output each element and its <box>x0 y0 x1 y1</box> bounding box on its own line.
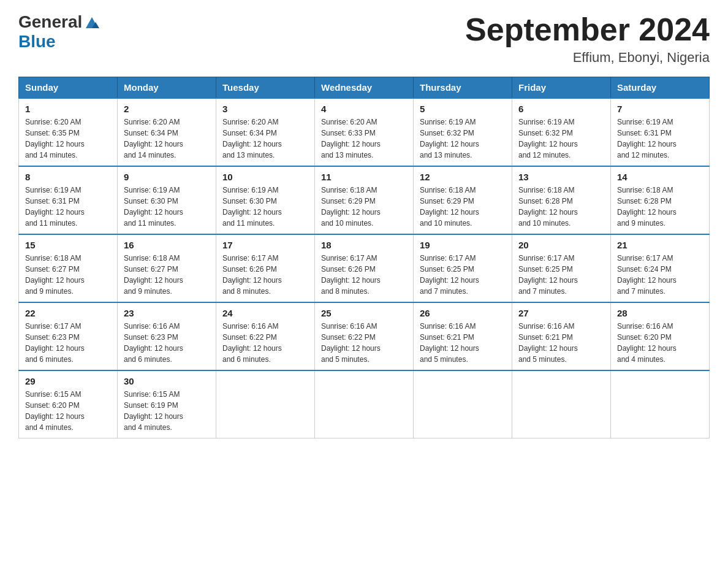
calendar-cell: 7Sunrise: 6:19 AMSunset: 6:31 PMDaylight… <box>611 98 710 166</box>
page-header: General Blue September 2024 Effium, Ebon… <box>18 12 710 66</box>
week-row-4: 22Sunrise: 6:17 AMSunset: 6:23 PMDayligh… <box>19 302 710 370</box>
day-info: Sunrise: 6:17 AMSunset: 6:25 PMDaylight:… <box>518 253 604 297</box>
day-number: 22 <box>25 308 111 318</box>
day-number: 27 <box>518 308 604 318</box>
day-info: Sunrise: 6:17 AMSunset: 6:24 PMDaylight:… <box>617 253 703 297</box>
day-info: Sunrise: 6:17 AMSunset: 6:25 PMDaylight:… <box>420 253 506 297</box>
calendar-cell: 16Sunrise: 6:18 AMSunset: 6:27 PMDayligh… <box>118 234 216 302</box>
day-info: Sunrise: 6:19 AMSunset: 6:30 PMDaylight:… <box>222 185 308 229</box>
calendar-cell: 27Sunrise: 6:16 AMSunset: 6:21 PMDayligh… <box>512 302 611 370</box>
day-info: Sunrise: 6:17 AMSunset: 6:23 PMDaylight:… <box>25 321 111 365</box>
day-info: Sunrise: 6:18 AMSunset: 6:27 PMDaylight:… <box>25 253 111 297</box>
calendar-cell: 25Sunrise: 6:16 AMSunset: 6:22 PMDayligh… <box>315 302 414 370</box>
day-info: Sunrise: 6:19 AMSunset: 6:30 PMDaylight:… <box>124 185 210 229</box>
calendar-title: September 2024 <box>465 12 710 47</box>
day-info: Sunrise: 6:19 AMSunset: 6:31 PMDaylight:… <box>25 185 111 229</box>
weekday-header-wednesday: Wednesday <box>315 77 414 99</box>
day-number: 26 <box>420 308 506 318</box>
day-number: 7 <box>617 104 703 114</box>
logo-blue: Blue <box>18 32 56 52</box>
title-section: September 2024 Effium, Ebonyi, Nigeria <box>465 12 710 66</box>
day-number: 30 <box>124 376 210 386</box>
calendar-cell: 9Sunrise: 6:19 AMSunset: 6:30 PMDaylight… <box>118 166 216 234</box>
day-number: 14 <box>617 172 703 182</box>
logo: General Blue <box>18 12 100 52</box>
day-info: Sunrise: 6:16 AMSunset: 6:22 PMDaylight:… <box>321 321 407 365</box>
calendar-cell <box>315 370 414 439</box>
calendar-cell: 2Sunrise: 6:20 AMSunset: 6:34 PMDaylight… <box>118 98 216 166</box>
calendar-cell: 22Sunrise: 6:17 AMSunset: 6:23 PMDayligh… <box>19 302 118 370</box>
day-info: Sunrise: 6:20 AMSunset: 6:34 PMDaylight:… <box>124 117 210 161</box>
day-info: Sunrise: 6:18 AMSunset: 6:29 PMDaylight:… <box>420 185 506 229</box>
calendar-cell: 28Sunrise: 6:16 AMSunset: 6:20 PMDayligh… <box>611 302 710 370</box>
calendar-cell: 19Sunrise: 6:17 AMSunset: 6:25 PMDayligh… <box>414 234 512 302</box>
day-number: 21 <box>617 240 703 250</box>
calendar-subtitle: Effium, Ebonyi, Nigeria <box>465 50 710 66</box>
day-info: Sunrise: 6:15 AMSunset: 6:19 PMDaylight:… <box>124 389 210 433</box>
calendar-cell: 11Sunrise: 6:18 AMSunset: 6:29 PMDayligh… <box>315 166 414 234</box>
day-number: 23 <box>124 308 210 318</box>
calendar-cell: 10Sunrise: 6:19 AMSunset: 6:30 PMDayligh… <box>216 166 315 234</box>
calendar-cell: 14Sunrise: 6:18 AMSunset: 6:28 PMDayligh… <box>611 166 710 234</box>
day-number: 20 <box>518 240 604 250</box>
calendar-cell: 8Sunrise: 6:19 AMSunset: 6:31 PMDaylight… <box>19 166 118 234</box>
day-number: 17 <box>222 240 308 250</box>
calendar-cell <box>414 370 512 439</box>
calendar-cell: 12Sunrise: 6:18 AMSunset: 6:29 PMDayligh… <box>414 166 512 234</box>
day-info: Sunrise: 6:18 AMSunset: 6:28 PMDaylight:… <box>617 185 703 229</box>
day-number: 10 <box>222 172 308 182</box>
day-number: 9 <box>124 172 210 182</box>
day-info: Sunrise: 6:17 AMSunset: 6:26 PMDaylight:… <box>321 253 407 297</box>
calendar-cell: 18Sunrise: 6:17 AMSunset: 6:26 PMDayligh… <box>315 234 414 302</box>
week-row-5: 29Sunrise: 6:15 AMSunset: 6:20 PMDayligh… <box>19 370 710 439</box>
day-info: Sunrise: 6:16 AMSunset: 6:22 PMDaylight:… <box>222 321 308 365</box>
weekday-header-tuesday: Tuesday <box>216 77 315 99</box>
calendar-cell: 26Sunrise: 6:16 AMSunset: 6:21 PMDayligh… <box>414 302 512 370</box>
weekday-header-row: SundayMondayTuesdayWednesdayThursdayFrid… <box>19 77 710 99</box>
day-number: 18 <box>321 240 407 250</box>
day-info: Sunrise: 6:16 AMSunset: 6:21 PMDaylight:… <box>420 321 506 365</box>
day-number: 29 <box>25 376 111 386</box>
day-number: 3 <box>222 104 308 114</box>
weekday-header-friday: Friday <box>512 77 611 99</box>
weekday-header-thursday: Thursday <box>414 77 512 99</box>
day-number: 19 <box>420 240 506 250</box>
calendar-cell: 30Sunrise: 6:15 AMSunset: 6:19 PMDayligh… <box>118 370 216 439</box>
calendar-cell <box>512 370 611 439</box>
day-number: 28 <box>617 308 703 318</box>
day-info: Sunrise: 6:19 AMSunset: 6:31 PMDaylight:… <box>617 117 703 161</box>
calendar-cell: 23Sunrise: 6:16 AMSunset: 6:23 PMDayligh… <box>118 302 216 370</box>
day-number: 2 <box>124 104 210 114</box>
day-number: 24 <box>222 308 308 318</box>
week-row-1: 1Sunrise: 6:20 AMSunset: 6:35 PMDaylight… <box>19 98 710 166</box>
day-info: Sunrise: 6:20 AMSunset: 6:33 PMDaylight:… <box>321 117 407 161</box>
day-number: 1 <box>25 104 111 114</box>
calendar-table: SundayMondayTuesdayWednesdayThursdayFrid… <box>18 77 710 439</box>
logo-icon <box>83 13 100 31</box>
calendar-cell: 29Sunrise: 6:15 AMSunset: 6:20 PMDayligh… <box>19 370 118 439</box>
calendar-cell: 1Sunrise: 6:20 AMSunset: 6:35 PMDaylight… <box>19 98 118 166</box>
calendar-cell: 3Sunrise: 6:20 AMSunset: 6:34 PMDaylight… <box>216 98 315 166</box>
calendar-cell: 5Sunrise: 6:19 AMSunset: 6:32 PMDaylight… <box>414 98 512 166</box>
week-row-3: 15Sunrise: 6:18 AMSunset: 6:27 PMDayligh… <box>19 234 710 302</box>
weekday-header-monday: Monday <box>118 77 216 99</box>
day-info: Sunrise: 6:16 AMSunset: 6:21 PMDaylight:… <box>518 321 604 365</box>
day-number: 25 <box>321 308 407 318</box>
calendar-cell: 24Sunrise: 6:16 AMSunset: 6:22 PMDayligh… <box>216 302 315 370</box>
day-info: Sunrise: 6:20 AMSunset: 6:35 PMDaylight:… <box>25 117 111 161</box>
day-number: 12 <box>420 172 506 182</box>
week-row-2: 8Sunrise: 6:19 AMSunset: 6:31 PMDaylight… <box>19 166 710 234</box>
calendar-cell: 13Sunrise: 6:18 AMSunset: 6:28 PMDayligh… <box>512 166 611 234</box>
calendar-cell: 15Sunrise: 6:18 AMSunset: 6:27 PMDayligh… <box>19 234 118 302</box>
day-info: Sunrise: 6:19 AMSunset: 6:32 PMDaylight:… <box>518 117 604 161</box>
weekday-header-saturday: Saturday <box>611 77 710 99</box>
calendar-cell: 6Sunrise: 6:19 AMSunset: 6:32 PMDaylight… <box>512 98 611 166</box>
logo-general: General <box>18 12 82 32</box>
calendar-cell: 21Sunrise: 6:17 AMSunset: 6:24 PMDayligh… <box>611 234 710 302</box>
day-number: 13 <box>518 172 604 182</box>
weekday-header-sunday: Sunday <box>19 77 118 99</box>
calendar-cell <box>216 370 315 439</box>
day-number: 11 <box>321 172 407 182</box>
calendar-cell <box>611 370 710 439</box>
day-number: 6 <box>518 104 604 114</box>
